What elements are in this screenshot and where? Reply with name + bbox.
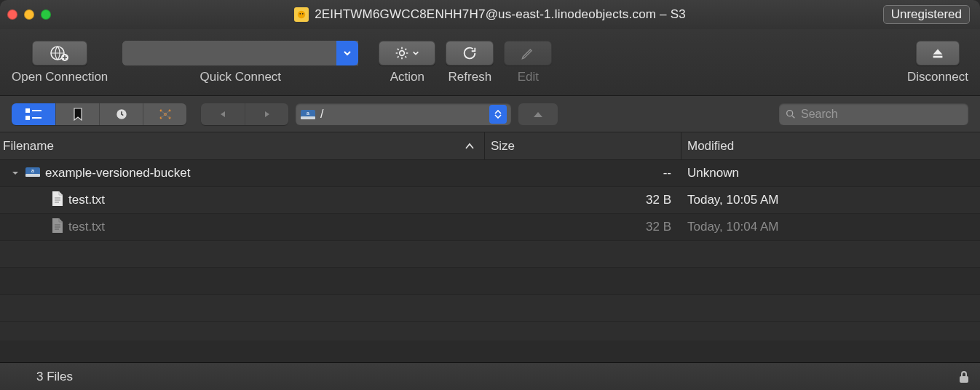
table-row[interactable]: test.txt 32 B Today, 10:04 AM xyxy=(0,214,980,241)
outline-view-icon xyxy=(25,108,42,120)
bookmark-icon xyxy=(73,108,83,121)
pencil-icon xyxy=(521,46,535,60)
window-controls xyxy=(7,9,51,20)
row-name: test.txt xyxy=(68,193,105,207)
history-view-button[interactable] xyxy=(99,103,143,125)
eject-icon xyxy=(930,45,946,61)
quick-connect-dropdown-button[interactable] xyxy=(336,41,358,65)
back-button[interactable] xyxy=(201,103,245,125)
quick-connect-field[interactable] xyxy=(122,41,336,65)
quick-connect-label: Quick Connect xyxy=(200,70,282,84)
search-icon xyxy=(785,108,797,120)
lock-icon[interactable] xyxy=(958,370,970,383)
column-modified-label: Modified xyxy=(687,139,734,154)
disclosure-triangle-icon[interactable] xyxy=(10,169,20,178)
triangle-right-icon xyxy=(263,110,272,119)
forward-button[interactable] xyxy=(245,103,288,125)
row-name: example-versioned-bucket xyxy=(45,166,190,180)
status-bar: 3 Files xyxy=(0,362,980,390)
bookmarks-view-button[interactable] xyxy=(55,103,99,125)
svg-text:a: a xyxy=(31,168,34,173)
chevron-down-icon xyxy=(343,49,352,57)
svg-text:a: a xyxy=(307,111,309,116)
window-title: 2EIHTWM6GWCC8ENHH7H7@us-east-1.linodeobj… xyxy=(315,7,686,22)
column-filename-label: Filename xyxy=(3,139,54,154)
chevron-down-icon xyxy=(412,49,419,57)
clock-icon xyxy=(115,108,128,121)
disconnect-button[interactable] xyxy=(916,41,960,65)
refresh-icon xyxy=(462,45,478,61)
edit-label: Edit xyxy=(518,70,539,84)
row-modified: Today, 10:05 AM xyxy=(681,193,980,207)
unregistered-badge[interactable]: Unregistered xyxy=(883,5,970,24)
disconnect-label: Disconnect xyxy=(907,70,968,84)
svg-point-2 xyxy=(302,13,304,15)
svg-point-1 xyxy=(300,13,301,15)
globe-plus-icon xyxy=(49,45,71,61)
svg-point-20 xyxy=(787,110,793,116)
search-input[interactable] xyxy=(801,108,963,121)
refresh-button[interactable] xyxy=(446,41,494,65)
action-label: Action xyxy=(390,70,424,84)
main-toolbar: Open Connection Quick Connect Action xyxy=(0,29,980,96)
svg-rect-9 xyxy=(32,110,42,111)
s3-volume-icon: a xyxy=(300,108,316,121)
triangle-up-icon xyxy=(533,111,543,118)
svg-rect-6 xyxy=(933,55,943,57)
search-field[interactable] xyxy=(779,103,968,125)
bonjour-view-button[interactable] xyxy=(143,103,186,125)
path-text: / xyxy=(320,108,485,121)
zoom-window-button[interactable] xyxy=(41,9,51,20)
svg-rect-18 xyxy=(301,116,315,119)
table-row[interactable]: test.txt 32 B Today, 10:05 AM xyxy=(0,187,980,214)
empty-row xyxy=(0,268,980,295)
bonjour-icon xyxy=(158,108,173,121)
s3-bucket-icon: a xyxy=(25,165,41,182)
path-combo[interactable]: a / xyxy=(296,103,511,125)
minimize-window-button[interactable] xyxy=(24,9,34,20)
open-connection-button[interactable] xyxy=(32,41,87,65)
path-dropdown-stepper[interactable] xyxy=(489,105,507,124)
title-bar: 2EIHTWM6GWCC8ENHH7H7@us-east-1.linodeobj… xyxy=(0,0,980,29)
text-file-icon xyxy=(51,191,64,210)
navigation-bar: a / xyxy=(0,96,980,132)
status-summary: 3 Files xyxy=(36,370,73,384)
edit-button xyxy=(504,41,552,65)
column-headers: Filename Size Modified xyxy=(0,132,980,160)
column-filename[interactable]: Filename xyxy=(0,132,485,159)
refresh-label: Refresh xyxy=(448,70,492,84)
svg-rect-24 xyxy=(960,376,968,383)
action-menu-button[interactable] xyxy=(379,41,435,65)
empty-row xyxy=(0,295,980,322)
view-mode-segmented xyxy=(12,103,186,125)
row-size: 32 B xyxy=(485,193,681,207)
file-list[interactable]: a example-versioned-bucket -- Unknown te… xyxy=(0,160,980,341)
column-size[interactable]: Size xyxy=(485,132,681,159)
svg-point-0 xyxy=(298,11,306,19)
go-up-button[interactable] xyxy=(518,103,558,125)
row-size: 32 B xyxy=(485,220,681,234)
svg-point-5 xyxy=(400,50,405,55)
text-file-icon xyxy=(51,218,64,237)
close-window-button[interactable] xyxy=(7,9,17,20)
table-row[interactable]: a example-versioned-bucket -- Unknown xyxy=(0,160,980,187)
browser-view-button[interactable] xyxy=(12,103,55,125)
nav-history-segmented xyxy=(201,103,288,125)
sort-ascending-icon xyxy=(465,143,474,150)
row-modified: Unknown xyxy=(681,166,980,180)
svg-rect-7 xyxy=(25,108,30,113)
quick-connect-combo[interactable] xyxy=(122,41,358,65)
gear-icon xyxy=(395,46,409,60)
svg-rect-22 xyxy=(25,174,40,177)
svg-rect-10 xyxy=(32,117,42,119)
triangle-left-icon xyxy=(218,110,227,119)
row-modified: Today, 10:04 AM xyxy=(681,220,980,234)
column-size-label: Size xyxy=(491,139,515,154)
row-name: test.txt xyxy=(68,220,105,234)
column-modified[interactable]: Modified xyxy=(681,132,980,159)
row-size: -- xyxy=(485,166,681,180)
empty-row xyxy=(0,241,980,268)
svg-rect-8 xyxy=(25,116,30,120)
open-connection-label: Open Connection xyxy=(12,70,108,84)
cyberduck-app-icon xyxy=(294,7,309,22)
